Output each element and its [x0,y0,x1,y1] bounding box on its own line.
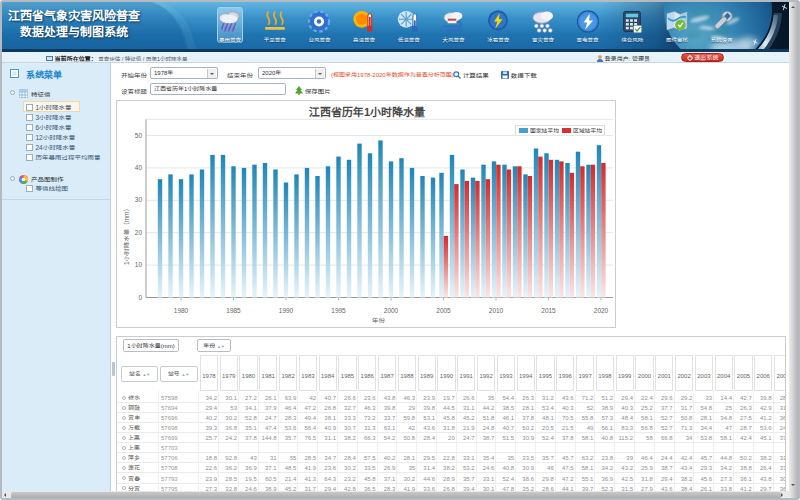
svg-text:1小时降水量（mm）: 1小时降水量（mm） [123,205,130,265]
svg-text:1990: 1990 [279,307,294,314]
svg-text:2005: 2005 [436,307,451,314]
svg-text:2015: 2015 [541,307,556,314]
svg-text:1995: 1995 [331,307,346,314]
svg-text:30: 30 [135,196,143,203]
svg-text:年份: 年份 [372,317,386,324]
svg-text:0: 0 [138,294,142,301]
svg-text:1980: 1980 [174,307,189,314]
svg-text:1985: 1985 [226,307,241,314]
svg-text:2000: 2000 [384,307,399,314]
svg-text:50: 50 [135,132,143,139]
svg-text:2010: 2010 [489,307,504,314]
svg-text:10: 10 [135,261,143,268]
svg-text:40: 40 [135,164,143,171]
svg-text:2020: 2020 [594,307,609,314]
svg-text:20: 20 [135,229,143,236]
